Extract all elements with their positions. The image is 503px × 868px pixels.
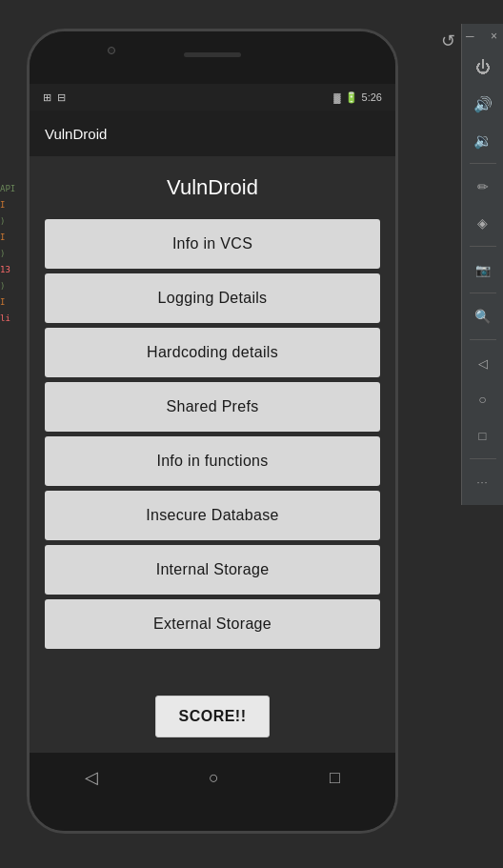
rotate2-button[interactable]: ◈ xyxy=(466,206,500,240)
toolbar-divider-2 xyxy=(470,246,496,247)
rotate-button[interactable]: ✏ xyxy=(466,170,500,204)
power-button[interactable]: ⏻ xyxy=(466,50,500,85)
volume-down-button[interactable]: 🔉 xyxy=(466,123,500,157)
volume-up-button[interactable]: 🔊 xyxy=(466,87,500,121)
phone-bottom-bezel xyxy=(30,802,395,831)
menu-button-0[interactable]: Info in VCS xyxy=(45,219,380,269)
screen-content: VulnDroid Info in VCSLogging DetailsHard… xyxy=(30,156,395,753)
time-display: 5:26 xyxy=(362,91,382,103)
screenshot-button[interactable]: 📷 xyxy=(466,252,500,287)
toolbar-divider-1 xyxy=(470,163,496,164)
app-bar: VulnDroid xyxy=(30,111,395,156)
code-hints: API I ) I ) 13 ) I li xyxy=(0,181,25,327)
menu-button-6[interactable]: Internal Storage xyxy=(45,545,380,595)
signal-icon: ▓ xyxy=(333,92,340,103)
menu-button-7[interactable]: External Storage xyxy=(45,599,380,649)
undo-icon[interactable]: ↺ xyxy=(441,30,455,51)
more-button[interactable]: ··· xyxy=(466,465,500,499)
phone-speaker xyxy=(184,52,241,57)
menu-button-1[interactable]: Logging Details xyxy=(45,273,380,323)
menu-buttons-list: Info in VCSLogging DetailsHardcoding det… xyxy=(45,219,380,680)
app-screen-title: VulnDroid xyxy=(167,175,258,200)
phone-camera xyxy=(108,47,115,54)
menu-button-4[interactable]: Info in functions xyxy=(45,436,380,486)
toolbar-divider-4 xyxy=(470,339,496,340)
home-nav-icon[interactable]: ○ xyxy=(209,768,219,788)
phone-top-bezel xyxy=(30,31,395,84)
app-bar-title: VulnDroid xyxy=(45,126,107,142)
toolbar-header: ─ × xyxy=(462,30,503,49)
status-bar: ⊞ ⊟ ▓ 🔋 5:26 xyxy=(30,84,395,111)
battery-icon: 🔋 xyxy=(345,91,358,104)
status-bar-left: ⊞ ⊟ xyxy=(43,91,66,104)
menu-button-5[interactable]: Insecure Database xyxy=(45,491,380,540)
toolbar-divider-3 xyxy=(470,293,496,293)
toolbar-close-button[interactable]: × xyxy=(491,30,497,43)
zoom-button[interactable]: 🔍 xyxy=(466,299,500,333)
right-toolbar: ─ × ⏻ 🔊 🔉 ✏ ◈ 📷 🔍 ◁ ○ □ ··· xyxy=(461,24,503,505)
recent-nav-icon[interactable]: □ xyxy=(330,768,340,788)
toolbar-divider-5 xyxy=(470,458,496,459)
toolbar-minimize-button[interactable]: ─ xyxy=(466,30,474,43)
phone-container: ⊞ ⊟ ▓ 🔋 5:26 VulnDroid VulnDroid Info in… xyxy=(27,29,398,834)
nav-home-button[interactable]: ○ xyxy=(466,382,500,416)
menu-button-2[interactable]: Hardcoding details xyxy=(45,328,380,377)
status-bar-right: ▓ 🔋 5:26 xyxy=(333,91,382,104)
nav-back-button[interactable]: ◁ xyxy=(466,346,500,380)
nav-recent-button[interactable]: □ xyxy=(466,418,500,453)
back-nav-icon[interactable]: ◁ xyxy=(85,767,98,788)
menu-button-3[interactable]: Shared Prefs xyxy=(45,382,380,432)
nav-bar: ◁ ○ □ xyxy=(30,753,395,802)
wifi-icon: ⊟ xyxy=(57,91,66,103)
score-button[interactable]: SCORE!! xyxy=(155,696,270,737)
sim-icon: ⊞ xyxy=(43,91,51,103)
